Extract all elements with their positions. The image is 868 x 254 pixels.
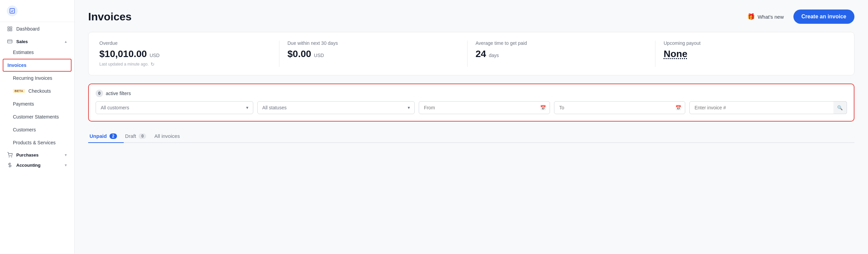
svg-point-7 [12, 157, 12, 157]
tab-all-invoices-label: All invoices [154, 133, 180, 139]
main-content: Invoices 🎁 What's new Create an invoice … [75, 0, 868, 254]
sidebar-item-estimates-label: Estimates [13, 50, 34, 55]
accounting-icon [7, 162, 13, 168]
svg-rect-0 [10, 8, 15, 13]
sidebar-section-accounting-label: Accounting [16, 163, 41, 168]
whats-new-button[interactable]: 🎁 What's new [743, 10, 788, 23]
sidebar-item-invoices[interactable]: Invoices [3, 59, 72, 72]
svg-point-6 [9, 157, 9, 157]
whats-new-label: What's new [757, 14, 784, 20]
refresh-icon[interactable]: ↻ [151, 61, 155, 67]
page-title: Invoices [88, 11, 132, 23]
sidebar-item-customers-label: Customers [13, 127, 36, 132]
sidebar-item-customer-statements-label: Customer Statements [13, 114, 59, 120]
sidebar-item-recurring-invoices[interactable]: Recurring Invoices [0, 72, 74, 85]
svg-rect-1 [8, 27, 9, 29]
filters-section: 0 active filters All customers ▼ All sta… [88, 84, 854, 122]
dashboard-icon [7, 26, 13, 32]
create-invoice-button[interactable]: Create an invoice [793, 10, 855, 24]
stat-overdue-label: Overdue [99, 40, 271, 46]
gift-icon: 🎁 [747, 13, 755, 20]
sidebar-item-products-services[interactable]: Products & Services [0, 136, 74, 149]
to-date-input[interactable] [554, 101, 685, 114]
stat-overdue-value: $10,010.00 USD [99, 49, 271, 59]
stat-overdue: Overdue $10,010.00 USD Last updated a mi… [99, 40, 279, 67]
tab-unpaid-label: Unpaid [90, 133, 107, 139]
beta-badge: BETA [13, 89, 25, 93]
accounting-chevron-icon: ▼ [64, 163, 67, 167]
tab-draft[interactable]: Draft 0 [124, 130, 153, 143]
page-header: Invoices 🎁 What's new Create an invoice [88, 10, 854, 24]
purchases-icon [7, 152, 13, 158]
sidebar-item-estimates[interactable]: Estimates [0, 46, 74, 59]
sidebar-section-sales-label: Sales [16, 39, 28, 44]
tab-unpaid-badge: 2 [110, 133, 117, 139]
to-date-wrap: 📅 [554, 101, 685, 114]
sidebar-item-dashboard[interactable]: Dashboard [0, 22, 74, 36]
tab-all-invoices[interactable]: All invoices [153, 130, 186, 143]
from-date-wrap: 📅 [419, 101, 550, 114]
customers-filter-wrap: All customers ▼ [96, 101, 253, 114]
header-actions: 🎁 What's new Create an invoice [743, 10, 854, 24]
sidebar-item-checkouts[interactable]: BETA Checkouts [0, 85, 74, 97]
sidebar-item-dashboard-label: Dashboard [16, 26, 40, 32]
active-filters-count: 0 [96, 90, 103, 97]
sidebar-item-payments-label: Payments [13, 101, 34, 107]
purchases-chevron-icon: ▼ [64, 153, 67, 157]
sidebar-logo [0, 0, 74, 22]
sidebar-section-sales[interactable]: Sales ▲ [0, 36, 74, 46]
sidebar-item-payments[interactable]: Payments [0, 97, 74, 110]
active-filters-label: active filters [106, 91, 131, 96]
tab-draft-badge: 0 [139, 133, 146, 139]
stat-avg-time: Average time to get paid 24 days [476, 40, 656, 67]
stat-overdue-updated: Last updated a minute ago. ↻ [99, 61, 271, 67]
sidebar-item-checkouts-label: Checkouts [28, 88, 51, 94]
active-filters-row: 0 active filters [96, 90, 847, 97]
stat-avg-time-label: Average time to get paid [476, 40, 647, 46]
sales-icon [7, 38, 13, 44]
sidebar: Dashboard Sales ▲ Estimates Invoices Rec… [0, 0, 75, 254]
stat-avg-time-value: 24 days [476, 49, 647, 59]
statuses-filter[interactable]: All statuses [257, 101, 415, 114]
stats-card: Overdue $10,010.00 USD Last updated a mi… [88, 32, 854, 75]
stat-due-soon-value: $0.00 USD [288, 49, 459, 59]
tab-draft-label: Draft [125, 133, 136, 139]
logo-icon [7, 5, 18, 16]
sidebar-section-purchases-label: Purchases [16, 152, 39, 158]
statuses-filter-wrap: All statuses ▼ [257, 101, 415, 114]
sales-chevron-icon: ▲ [64, 40, 67, 43]
from-date-input[interactable] [419, 101, 550, 114]
sidebar-item-products-services-label: Products & Services [13, 140, 56, 145]
stat-payout-value: None [664, 49, 835, 59]
search-icon: 🔍 [837, 105, 843, 110]
svg-rect-2 [10, 27, 12, 29]
invoice-search-input[interactable] [689, 101, 847, 114]
stat-payout-label: Upcoming payout [664, 40, 835, 46]
stat-due-soon-label: Due within next 30 days [288, 40, 459, 46]
sidebar-section-accounting[interactable]: Accounting ▼ [0, 159, 74, 169]
filters-row: All customers ▼ All statuses ▼ 📅 📅 [96, 101, 847, 114]
stat-due-soon: Due within next 30 days $0.00 USD [288, 40, 468, 67]
tabs-row: Unpaid 2 Draft 0 All invoices [88, 130, 854, 143]
sidebar-item-customers[interactable]: Customers [0, 123, 74, 136]
tab-unpaid[interactable]: Unpaid 2 [88, 130, 124, 143]
sidebar-section-purchases[interactable]: Purchases ▼ [0, 149, 74, 159]
sidebar-item-customer-statements[interactable]: Customer Statements [0, 110, 74, 123]
sidebar-item-invoices-label: Invoices [7, 62, 26, 68]
svg-rect-3 [8, 29, 9, 31]
invoice-search-button[interactable]: 🔍 [833, 101, 847, 114]
svg-rect-5 [7, 40, 12, 43]
sidebar-item-recurring-invoices-label: Recurring Invoices [13, 75, 52, 81]
stat-payout: Upcoming payout None [664, 40, 843, 67]
invoice-search-wrap: 🔍 [689, 101, 847, 114]
customers-filter[interactable]: All customers [96, 101, 253, 114]
svg-rect-4 [10, 29, 12, 31]
